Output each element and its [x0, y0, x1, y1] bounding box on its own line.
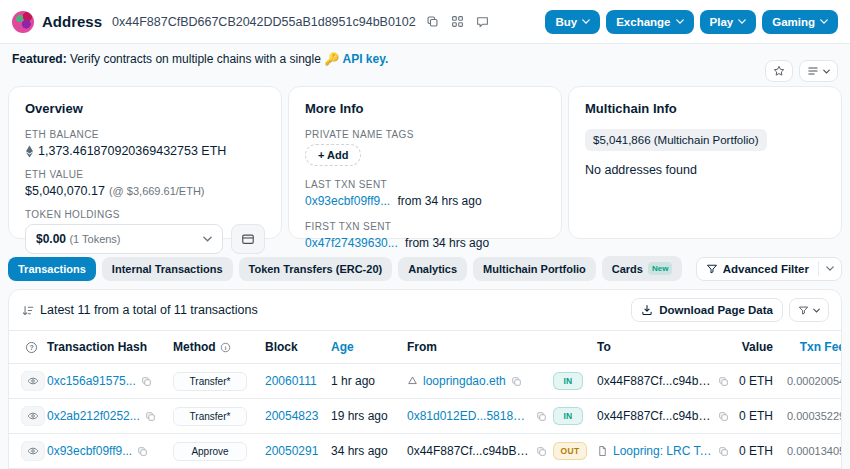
col-value: Value [735, 331, 787, 364]
svg-text:?: ? [29, 343, 33, 350]
to-address[interactable]: Loopring: LRC Tok... [613, 444, 713, 458]
copy-icon[interactable] [718, 446, 729, 457]
featured-text: Verify contracts on multiple chains with… [70, 52, 321, 66]
tab-internal-transactions[interactable]: Internal Transactions [102, 257, 233, 281]
transactions-tbody: 0xc156a91575... Transfer* 20060111 1 hr … [9, 364, 842, 469]
tab-multichain-portfolio[interactable]: Multichain Portfolio [473, 257, 596, 281]
token-holdings-label: TOKEN HOLDINGS [25, 209, 265, 220]
question-circle-icon[interactable]: ? [25, 341, 41, 354]
from-address[interactable]: 0x81d012ED...5818C2404 [407, 409, 531, 423]
col-block: Block [265, 331, 331, 364]
multichain-portfolio-badge[interactable]: $5,041,866 (Multichain Portfolio) [585, 129, 767, 151]
tab-analytics[interactable]: Analytics [398, 257, 467, 281]
view-options-button[interactable] [799, 60, 838, 82]
tab-token-transfers[interactable]: Token Transfers (ERC-20) [239, 257, 393, 281]
first-txn-time: from 34 hrs ago [405, 236, 489, 250]
copy-icon[interactable] [145, 411, 156, 422]
funnel-icon [798, 305, 809, 316]
to-address[interactable]: 0x44F887Cf...c94bB0102 [597, 409, 713, 423]
tx-hash-link[interactable]: 0x2ab212f0252... [47, 409, 140, 423]
value-text: 0 ETH [739, 409, 773, 423]
to-address[interactable]: 0x44F887Cf...c94bB0102 [597, 374, 713, 388]
eye-icon [27, 375, 39, 387]
tab-transactions[interactable]: Transactions [8, 257, 96, 281]
direction-badge: IN [553, 407, 583, 425]
eth-value-amount: $5,040,070.17 [25, 184, 105, 198]
comment-button[interactable] [474, 13, 491, 30]
chevron-down-icon[interactable] [818, 261, 841, 276]
contract-icon [597, 445, 608, 457]
add-tag-button[interactable]: + Add [305, 144, 361, 166]
first-txn-hash-link[interactable]: 0x47f27439630... [305, 236, 398, 250]
copy-icon[interactable] [536, 446, 547, 457]
qr-code-icon [451, 15, 464, 28]
token-count: (1 Tokens) [69, 233, 120, 245]
eth-balance-label: ETH BALANCE [25, 129, 265, 140]
txn-fee-text: 0.00020054 [787, 375, 842, 387]
table-filter-button[interactable] [789, 298, 829, 322]
method-badge[interactable]: Transfer* [173, 372, 247, 391]
transactions-panel: Latest 11 from a total of 11 transaction… [8, 289, 842, 469]
from-address[interactable]: loopringdao.eth [423, 374, 506, 388]
loopring-logo-icon [407, 376, 418, 387]
age-text: 19 hrs ago [331, 409, 388, 423]
exchange-button[interactable]: Exchange [606, 10, 693, 34]
table-row: 0xc156a91575... Transfer* 20060111 1 hr … [9, 364, 842, 399]
advanced-filter-button[interactable]: Advanced Filter [696, 257, 842, 281]
more-info-card: More Info PRIVATE NAME TAGS + Add LAST T… [288, 86, 562, 239]
token-holdings-select[interactable]: $0.00 (1 Tokens) [25, 224, 223, 254]
info-circle-icon[interactable]: i [220, 342, 231, 353]
first-txn-label: FIRST TXN SENT [305, 221, 545, 232]
api-key-link[interactable]: API key. [343, 52, 389, 66]
block-link[interactable]: 20060111 [265, 374, 317, 388]
overview-card: Overview ETH BALANCE 1,373.4618709203694… [8, 86, 282, 239]
block-link[interactable]: 20050291 [265, 444, 318, 458]
copy-icon[interactable] [718, 376, 729, 387]
play-button[interactable]: Play [700, 10, 757, 34]
wallet-icon [241, 232, 255, 246]
tab-cards[interactable]: CardsNew [602, 256, 683, 281]
eth-diamond-icon [25, 145, 34, 158]
download-icon [641, 304, 653, 316]
last-txn-hash-link[interactable]: 0x93ecbf09ff9... [305, 194, 390, 208]
copy-icon[interactable] [137, 446, 148, 457]
preview-eye-button[interactable] [21, 441, 45, 461]
address-avatar [12, 11, 34, 33]
copy-icon[interactable] [511, 376, 522, 387]
copy-icon[interactable] [718, 411, 729, 422]
gaming-button[interactable]: Gaming [762, 10, 838, 34]
page-header: Address 0x44F887CfBD667CB2042DD55aB1d895… [0, 0, 850, 44]
favorite-star-button[interactable] [765, 60, 793, 82]
download-page-data-button[interactable]: Download Page Data [631, 298, 783, 322]
transactions-table: ? Transaction Hash Methodi Block Age Fro… [9, 330, 842, 469]
copy-address-button[interactable] [424, 13, 441, 30]
svg-text:i: i [224, 344, 226, 350]
tx-hash-link[interactable]: 0xc156a91575... [47, 374, 136, 388]
multichain-title: Multichain Info [585, 101, 825, 116]
star-icon [773, 65, 785, 77]
age-text: 1 hr ago [331, 374, 375, 388]
block-link[interactable]: 20054823 [265, 409, 318, 423]
preview-eye-button[interactable] [21, 406, 45, 426]
tx-hash-link[interactable]: 0x93ecbf09ff9... [47, 444, 132, 458]
header-nav-buttons: Buy Exchange Play Gaming [545, 10, 838, 34]
funnel-icon [706, 263, 718, 275]
eth-balance-value: 1,373.461870920369432753 ETH [38, 144, 226, 158]
qr-code-button[interactable] [449, 13, 466, 30]
method-badge[interactable]: Transfer* [173, 407, 247, 426]
from-address[interactable]: 0x44F887Cf...c94bB0102 [407, 444, 531, 458]
col-age-toggle[interactable]: Age [331, 340, 354, 354]
preview-eye-button[interactable] [21, 371, 45, 391]
buy-button[interactable]: Buy [545, 10, 600, 34]
multichain-info-card: Multichain Info $5,041,866 (Multichain P… [568, 86, 842, 239]
copy-icon[interactable] [536, 411, 547, 422]
col-txn-fee-toggle[interactable]: Txn Fee [800, 340, 842, 354]
chevron-down-icon [738, 19, 746, 24]
copy-icon[interactable] [141, 376, 152, 387]
page-title: Address [42, 13, 102, 30]
sort-icon [21, 304, 34, 317]
method-badge[interactable]: Approve [173, 442, 247, 461]
last-txn-label: LAST TXN SENT [305, 179, 545, 190]
age-text: 34 hrs ago [331, 444, 388, 458]
wallet-button[interactable] [231, 224, 265, 254]
